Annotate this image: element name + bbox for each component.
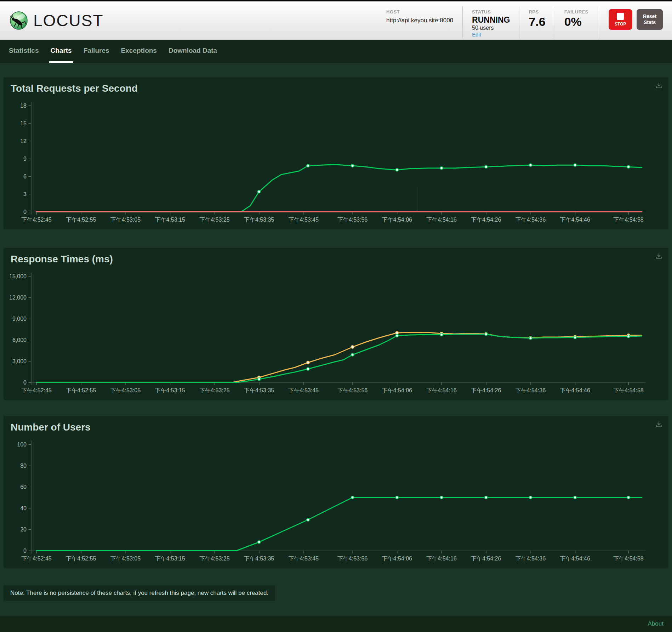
svg-text:下午4:52:45: 下午4:52:45: [21, 556, 51, 562]
svg-text:100: 100: [17, 442, 27, 448]
rps-chart-panel: Total Requests per Second 0369121518下午4:…: [4, 77, 668, 229]
reset-stats-button[interactable]: Reset Stats: [637, 9, 663, 30]
header-buttons: STOP Reset Stats: [609, 9, 663, 30]
tab-failures[interactable]: Failures: [82, 40, 110, 63]
stop-button[interactable]: STOP: [609, 9, 632, 30]
svg-text:下午4:52:55: 下午4:52:55: [66, 217, 96, 223]
svg-text:15: 15: [20, 120, 27, 126]
rps-chart-title: Total Requests per Second: [11, 83, 138, 94]
locust-logo[interactable]: LOCUST: [9, 11, 104, 30]
status-value: RUNNING: [472, 16, 510, 24]
download-chart-icon[interactable]: [655, 420, 663, 428]
svg-text:3,000: 3,000: [12, 358, 27, 364]
svg-text:下午4:54:06: 下午4:54:06: [382, 217, 412, 223]
svg-text:下午4:54:46: 下午4:54:46: [560, 556, 590, 562]
svg-text:下午4:54:36: 下午4:54:36: [516, 217, 546, 223]
svg-text:0: 0: [23, 209, 27, 215]
svg-text:下午4:54:46: 下午4:54:46: [560, 387, 590, 393]
svg-text:下午4:54:16: 下午4:54:16: [426, 556, 456, 562]
note-container: Note: There is no persistence of these c…: [4, 585, 668, 601]
rps-chart[interactable]: 0369121518下午4:52:45下午4:52:55下午4:53:05下午4…: [4, 95, 668, 229]
brand-title: LOCUST: [33, 11, 104, 30]
svg-text:下午4:53:25: 下午4:53:25: [199, 556, 229, 562]
svg-text:下午4:53:56: 下午4:53:56: [337, 556, 368, 562]
svg-text:下午4:53:56: 下午4:53:56: [337, 387, 368, 393]
svg-text:下午4:54:58: 下午4:54:58: [613, 556, 643, 562]
tab-exceptions[interactable]: Exceptions: [120, 40, 158, 63]
footer: About: [0, 616, 672, 632]
status-stat: STATUS RUNNING 50 users Edit: [463, 6, 519, 38]
user-count-text: 50 users: [472, 25, 510, 31]
rps-stat: RPS 7.6: [519, 6, 555, 38]
response-times-chart-panel: Response Times (ms) 03,0006,0009,00012,0…: [4, 248, 668, 400]
svg-text:下午4:53:35: 下午4:53:35: [244, 556, 274, 562]
stop-button-label: STOP: [615, 22, 626, 27]
svg-text:12,000: 12,000: [9, 295, 27, 301]
svg-text:下午4:53:15: 下午4:53:15: [155, 387, 185, 393]
svg-text:下午4:54:36: 下午4:54:36: [516, 387, 546, 393]
users-chart-title: Number of Users: [11, 422, 91, 433]
svg-text:9,000: 9,000: [12, 316, 27, 322]
svg-text:下午4:54:58: 下午4:54:58: [613, 217, 643, 223]
svg-text:下午4:54:16: 下午4:54:16: [426, 387, 456, 393]
svg-text:下午4:53:25: 下午4:53:25: [199, 387, 229, 393]
tab-statistics[interactable]: Statistics: [8, 40, 40, 63]
svg-text:15,000: 15,000: [9, 273, 27, 279]
svg-text:40: 40: [20, 505, 27, 511]
tab-download-data[interactable]: Download Data: [167, 40, 218, 63]
download-chart-icon[interactable]: [655, 81, 663, 89]
svg-text:下午4:54:06: 下午4:54:06: [382, 387, 412, 393]
svg-text:0: 0: [23, 548, 27, 554]
svg-text:6,000: 6,000: [12, 337, 27, 343]
svg-text:60: 60: [20, 484, 27, 490]
host-label: HOST: [386, 9, 453, 15]
reset-stats-label: Reset Stats: [639, 13, 660, 26]
header: LOCUST HOST http://api.keyou.site:8000 S…: [0, 1, 672, 40]
failures-label: FAILURES: [564, 9, 588, 15]
svg-text:下午4:53:15: 下午4:53:15: [155, 556, 185, 562]
failures-value: 0%: [564, 15, 588, 29]
svg-text:下午4:53:45: 下午4:53:45: [289, 556, 319, 562]
response-times-chart[interactable]: 03,0006,0009,00012,00015,000下午4:52:45下午4…: [4, 266, 668, 400]
svg-text:0: 0: [23, 380, 27, 386]
svg-text:下午4:52:55: 下午4:52:55: [66, 387, 96, 393]
tab-charts[interactable]: Charts: [49, 40, 73, 63]
svg-text:20: 20: [20, 526, 27, 533]
locust-logo-icon: [9, 11, 28, 30]
users-chart[interactable]: 020406080100下午4:52:45下午4:52:55下午4:53:05下…: [4, 434, 668, 568]
failures-stat: FAILURES 0%: [555, 6, 598, 38]
svg-text:下午4:53:35: 下午4:53:35: [244, 387, 274, 393]
persistence-note: Note: There is no persistence of these c…: [4, 585, 275, 601]
svg-text:下午4:53:35: 下午4:53:35: [244, 217, 274, 223]
svg-text:下午4:54:26: 下午4:54:26: [471, 387, 501, 393]
edit-link[interactable]: Edit: [472, 32, 481, 38]
status-label: STATUS: [472, 9, 510, 15]
svg-text:12: 12: [20, 138, 27, 144]
rps-value: 7.6: [529, 15, 545, 29]
svg-text:下午4:54:06: 下午4:54:06: [382, 556, 412, 562]
svg-text:9: 9: [23, 156, 27, 162]
svg-text:下午4:53:45: 下午4:53:45: [289, 217, 319, 223]
svg-text:3: 3: [23, 191, 27, 197]
svg-text:下午4:53:25: 下午4:53:25: [199, 217, 229, 223]
svg-text:下午4:54:46: 下午4:54:46: [560, 217, 590, 223]
stop-square-icon: [617, 13, 624, 20]
svg-text:下午4:53:45: 下午4:53:45: [289, 387, 319, 393]
svg-text:下午4:54:16: 下午4:54:16: [426, 217, 456, 223]
svg-text:6: 6: [23, 173, 27, 180]
users-chart-panel: Number of Users 020406080100下午4:52:45下午4…: [4, 416, 668, 568]
host-stat: HOST http://api.keyou.site:8000: [377, 6, 463, 38]
svg-text:下午4:53:05: 下午4:53:05: [110, 387, 141, 393]
svg-text:下午4:53:05: 下午4:53:05: [110, 217, 141, 223]
svg-text:下午4:54:26: 下午4:54:26: [471, 217, 501, 223]
main-nav: Statistics Charts Failures Exceptions Do…: [0, 40, 672, 63]
svg-text:下午4:52:45: 下午4:52:45: [21, 387, 51, 393]
header-stats: HOST http://api.keyou.site:8000 STATUS R…: [377, 6, 598, 38]
svg-text:下午4:53:56: 下午4:53:56: [337, 217, 368, 223]
download-chart-icon[interactable]: [655, 252, 663, 260]
svg-text:80: 80: [20, 463, 27, 469]
svg-text:下午4:54:36: 下午4:54:36: [516, 556, 546, 562]
about-link[interactable]: About: [648, 620, 664, 627]
svg-text:下午4:54:26: 下午4:54:26: [471, 556, 501, 562]
svg-text:下午4:52:45: 下午4:52:45: [21, 217, 51, 223]
